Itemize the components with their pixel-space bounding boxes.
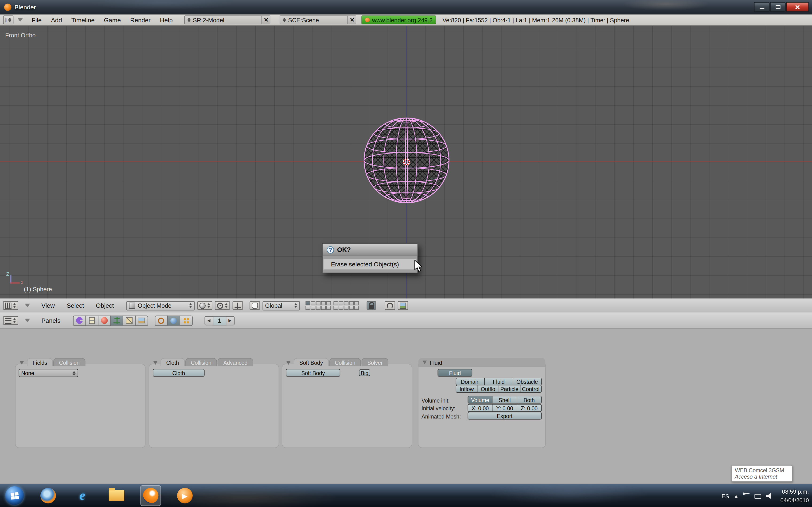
fluid-type-fluid[interactable]: Fluid <box>484 378 513 385</box>
tab-cloth-collision[interactable]: Collision <box>185 358 217 366</box>
layer-toggle[interactable] <box>344 306 348 310</box>
media-player-taskbar-button[interactable]: ▶ <box>174 485 195 506</box>
manipulator-hand-button[interactable] <box>250 301 260 310</box>
menu-file[interactable]: File <box>27 16 46 23</box>
panel-collapse-icon[interactable] <box>153 361 157 364</box>
menu-game[interactable]: Game <box>99 16 125 23</box>
tab-cloth-advanced[interactable]: Advanced <box>217 358 253 366</box>
layer-toggle[interactable] <box>311 306 315 310</box>
erase-objects-menu-item[interactable]: Erase selected Object(s) <box>323 259 417 270</box>
layer-toggle[interactable] <box>305 306 310 310</box>
layer-toggle[interactable] <box>326 306 331 310</box>
layer-toggle[interactable] <box>326 301 331 305</box>
layer-toggle[interactable] <box>305 301 310 305</box>
layer-toggle[interactable] <box>311 301 315 305</box>
buttons-window[interactable]: Fields Collision None Cloth Collision Ad… <box>0 329 812 484</box>
volume-init-shell[interactable]: Shell <box>492 396 517 403</box>
tab-cloth[interactable]: Cloth <box>160 358 185 366</box>
start-button[interactable] <box>5 486 24 505</box>
viewport-3d[interactable]: Front Ortho <box>0 26 812 298</box>
fluid-type-outflow[interactable]: Outflo <box>477 385 499 393</box>
scene-selector[interactable]: SCE:Scene <box>280 15 348 24</box>
close-button[interactable] <box>786 2 809 12</box>
layer-toggle[interactable] <box>339 301 343 305</box>
blender-version-badge[interactable]: www.blender.org 249.2 <box>362 15 436 24</box>
manipulator-axes-button[interactable] <box>233 301 243 310</box>
panel-collapse-icon[interactable] <box>20 361 24 364</box>
network-icon[interactable] <box>754 494 761 499</box>
minimize-button[interactable] <box>754 2 769 12</box>
sphere-mesh-object[interactable] <box>355 109 458 212</box>
frame-number-field[interactable]: 1 <box>213 316 226 325</box>
editor-type-button-3dview[interactable] <box>3 301 18 310</box>
language-indicator[interactable]: ES <box>721 493 729 499</box>
tab-fields[interactable]: Fields <box>27 358 53 366</box>
physics-subcontext-button[interactable] <box>167 315 180 326</box>
menu-view[interactable]: View <box>37 302 59 309</box>
firefox-taskbar-button[interactable] <box>38 485 58 506</box>
menu-render[interactable]: Render <box>125 16 155 23</box>
softbody-enable-button[interactable]: Soft Body <box>286 369 340 377</box>
layer-toggle[interactable] <box>316 301 320 305</box>
menu-object[interactable]: Object <box>91 302 118 309</box>
layer-toggle[interactable] <box>349 306 354 310</box>
fluid-enable-button[interactable]: Fluid <box>438 369 472 377</box>
panel-collapse-icon[interactable] <box>423 360 427 364</box>
editor-type-button-buttons[interactable] <box>3 316 18 325</box>
pivot-dropdown[interactable] <box>215 301 230 310</box>
layer-toggle[interactable] <box>349 301 354 305</box>
lock-layers-button[interactable] <box>366 301 376 310</box>
layer-toggle[interactable] <box>321 306 326 310</box>
tab-softbody-collision[interactable]: Collision <box>329 358 361 366</box>
logic-context-button[interactable] <box>73 315 86 326</box>
screen-delete-button[interactable]: ✕ <box>262 15 270 24</box>
tab-softbody-solver[interactable]: Solver <box>362 358 388 366</box>
file-explorer-taskbar-button[interactable] <box>106 485 127 506</box>
mode-dropdown[interactable]: Object Mode <box>126 301 195 310</box>
editing-context-button[interactable] <box>123 315 136 326</box>
layer-toggle[interactable] <box>354 306 359 310</box>
tray-expand-icon[interactable]: ▲ <box>734 493 739 499</box>
internet-explorer-taskbar-button[interactable]: e <box>72 485 93 506</box>
maximize-button[interactable] <box>770 2 785 12</box>
window-titlebar[interactable]: Blender <box>0 0 812 14</box>
cloth-enable-button[interactable]: Cloth <box>153 369 204 377</box>
editor-type-button-info[interactable]: i <box>3 15 13 24</box>
fluid-type-control[interactable]: Control <box>520 385 542 393</box>
menu-timeline[interactable]: Timeline <box>67 16 99 23</box>
scene-context-button[interactable] <box>135 315 148 326</box>
tab-softbody[interactable]: Soft Body <box>294 358 329 366</box>
menu-select[interactable]: Select <box>62 302 89 309</box>
export-button[interactable]: Export <box>467 412 542 419</box>
menu-help[interactable]: Help <box>155 16 177 23</box>
object-context-button[interactable] <box>110 315 123 326</box>
header-collapse-icon[interactable] <box>25 304 30 307</box>
fields-type-dropdown[interactable]: None <box>18 369 78 377</box>
frame-prev-button[interactable]: ◀ <box>204 316 213 325</box>
screen-selector[interactable]: SR:2-Model <box>185 15 262 24</box>
softbody-big-button[interactable]: Big <box>359 370 370 376</box>
volume-init-both[interactable]: Both <box>517 396 542 403</box>
volume-icon[interactable] <box>766 493 773 499</box>
action-center-flag-icon[interactable] <box>743 493 750 499</box>
tab-fields-collision[interactable]: Collision <box>53 358 85 366</box>
layer-toggle[interactable] <box>339 306 343 310</box>
fluid-type-obstacle[interactable]: Obstacle <box>513 378 542 385</box>
layer-toggle[interactable] <box>354 301 359 305</box>
object-subcontext-button[interactable] <box>155 315 167 326</box>
velocity-z-field[interactable]: Z: 0.00 <box>517 404 542 412</box>
draw-type-dropdown[interactable] <box>197 301 212 310</box>
velocity-x-field[interactable]: X: 0.00 <box>467 404 493 412</box>
frame-next-button[interactable]: ▶ <box>225 316 234 325</box>
menu-panels[interactable]: Panels <box>37 317 65 324</box>
particles-subcontext-button[interactable] <box>180 315 192 326</box>
render-preview-button[interactable] <box>398 301 408 310</box>
header-collapse-icon[interactable] <box>18 18 23 21</box>
header-collapse-icon[interactable] <box>25 319 30 322</box>
scene-delete-button[interactable]: ✕ <box>348 15 356 24</box>
clock[interactable]: 08:59 p.m. 04/04/2010 <box>780 487 809 504</box>
fluid-type-inflow[interactable]: Inflow <box>456 385 478 393</box>
shading-context-button[interactable] <box>98 315 111 326</box>
panel-collapse-icon[interactable] <box>287 361 291 364</box>
script-context-button[interactable] <box>85 315 98 326</box>
